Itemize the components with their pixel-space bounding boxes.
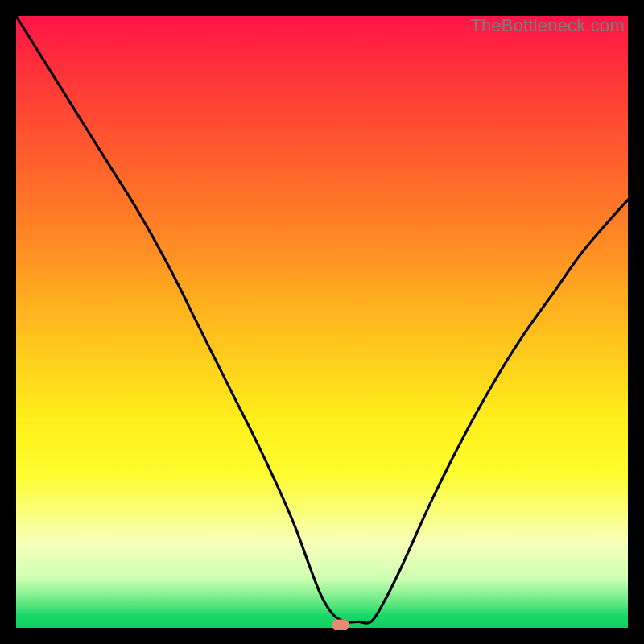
curve-path [16,16,628,623]
optimum-marker [332,620,349,630]
bottleneck-curve [16,16,628,628]
plot-area: TheBottleneck.com [16,16,628,628]
chart-frame: TheBottleneck.com [0,0,644,644]
